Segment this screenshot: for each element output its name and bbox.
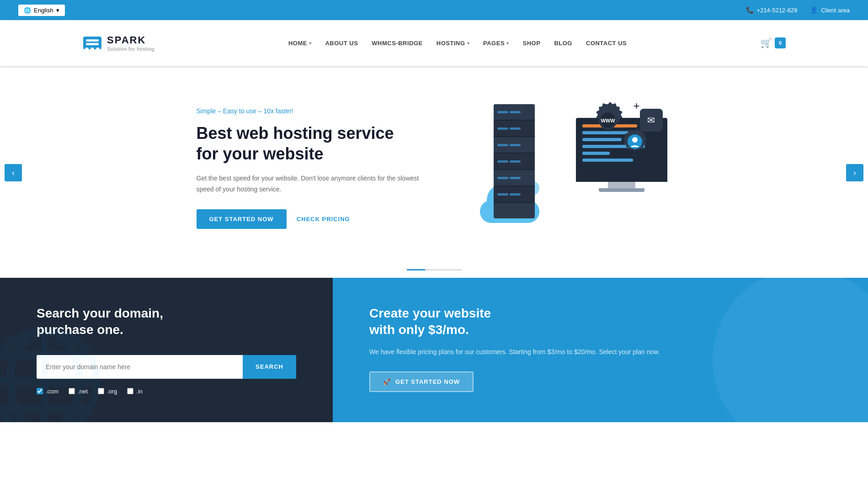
nav-item-shop[interactable]: SHOP — [523, 40, 541, 47]
client-area-link[interactable]: 👤 Client area — [810, 6, 850, 14]
server-rack — [494, 104, 535, 218]
chevron-down-icon: ▾ — [506, 41, 509, 46]
logo-icon — [82, 33, 102, 53]
slider-next-button[interactable]: › — [846, 164, 863, 181]
hero-buttons: GET STARTED NOW CHECK PRICING — [197, 209, 425, 229]
ext-org-text: .org — [107, 388, 117, 395]
nav-link-about[interactable]: ABOUT US — [325, 40, 358, 47]
top-bar: 🌐 English ▾ 📞 +214-5212-829 👤 Client are… — [0, 0, 868, 20]
server-unit — [494, 186, 535, 203]
pricing-section: Create your website with only $3/mo. We … — [333, 278, 868, 422]
nav-link-hosting[interactable]: HOSTING ▾ — [437, 40, 469, 47]
nav-item-about[interactable]: ABOUT US — [325, 40, 358, 47]
nav-item-whmcs[interactable]: WHMCS-BRIDGE — [372, 40, 422, 47]
top-bar-left: 🌐 English ▾ — [18, 5, 65, 16]
pricing-title-line2: with only $3/mo. — [369, 323, 469, 337]
code-line — [582, 152, 610, 155]
nav-cart[interactable]: 🛒 0 — [761, 37, 786, 48]
slider-indicator — [407, 269, 462, 270]
cart-count: 0 — [779, 40, 782, 46]
svg-point-10 — [632, 137, 638, 143]
nav-menu: HOME ▾ ABOUT US WHMCS-BRIDGE HOSTING ▾ P… — [288, 40, 627, 47]
svg-point-5 — [96, 48, 100, 51]
bottom-section: 🌐 Search your domain, purchase one. SEAR… — [0, 278, 868, 422]
chevron-down-icon: ▾ — [309, 41, 312, 46]
nav-link-whmcs[interactable]: WHMCS-BRIDGE — [372, 40, 422, 47]
nav-link-shop[interactable]: SHOP — [523, 40, 541, 47]
logo-tagline: Solution for hosting — [107, 46, 154, 52]
svg-text:WWW: WWW — [601, 118, 615, 123]
hero-text: Simple – Easy to use – 10x faster! Best … — [197, 107, 425, 229]
svg-rect-1 — [86, 39, 99, 42]
ext-in-label[interactable]: .in — [127, 388, 143, 395]
ext-in-checkbox[interactable] — [127, 388, 133, 394]
logo-brand: SPARK — [107, 34, 154, 46]
nav-link-home[interactable]: HOME ▾ — [288, 40, 312, 47]
hero-description: Get the best speed for your website. Don… — [197, 173, 425, 195]
user-icon: 👤 — [810, 6, 818, 14]
logo-text: SPARK Solution for hosting — [107, 34, 154, 52]
lang-label: English — [34, 7, 53, 14]
server-unit — [494, 104, 535, 121]
cart-icon: 🛒 — [761, 37, 772, 48]
monitor-stand — [608, 182, 635, 188]
nav-link-pages[interactable]: PAGES ▾ — [483, 40, 509, 47]
gear-person-wrapper — [620, 127, 650, 159]
globe-bg-icon: 🌐 — [0, 323, 107, 422]
domain-title-line1: Search your domain, — [37, 306, 163, 320]
svg-point-3 — [85, 48, 89, 51]
top-bar-right: 📞 +214-5212-829 👤 Client area — [746, 6, 850, 14]
svg-point-4 — [91, 48, 94, 51]
phone-info: 📞 +214-5212-829 — [746, 6, 798, 14]
hero-section: ‹ Simple – Easy to use – 10x faster! Bes… — [0, 68, 868, 278]
chevron-down-icon: ▾ — [56, 7, 59, 14]
get-started-button[interactable]: GET STARTED NOW — [197, 209, 287, 229]
code-line — [582, 159, 634, 162]
pricing-get-started-button[interactable]: 🚀 GET STARTED NOW — [369, 371, 474, 392]
nav-item-contact[interactable]: CONTACT US — [586, 40, 627, 47]
pricing-btn-label: GET STARTED NOW — [395, 378, 460, 385]
nav-link-blog[interactable]: BLOG — [554, 40, 572, 47]
plus-icon-small: + — [628, 118, 633, 126]
mail-icon: ✉ — [640, 109, 663, 132]
chevron-down-icon: ▾ — [467, 41, 470, 46]
hero-title-line2: for your website — [197, 144, 324, 163]
pricing-title-line1: Create your website — [369, 306, 491, 320]
domain-search-button[interactable]: SEARCH — [243, 355, 296, 379]
server-unit — [494, 121, 535, 137]
pricing-bg-circle — [713, 278, 868, 422]
hero-title-line1: Best web hosting service — [197, 124, 394, 143]
nav-item-home[interactable]: HOME ▾ — [288, 40, 312, 47]
slider-prev-button[interactable]: ‹ — [5, 164, 22, 181]
ext-in-text: .in — [136, 388, 143, 395]
hero-title: Best web hosting service for your websit… — [197, 123, 425, 164]
check-pricing-button[interactable]: CHECK PRICING — [297, 216, 350, 223]
rocket-icon: 🚀 — [383, 378, 391, 385]
language-selector[interactable]: 🌐 English ▾ — [18, 5, 65, 16]
phone-icon: 📞 — [746, 6, 754, 14]
hero-inner: Simple – Easy to use – 10x faster! Best … — [160, 95, 708, 241]
hero-tagline: Simple – Easy to use – 10x faster! — [197, 107, 425, 115]
server-unit — [494, 170, 535, 186]
plus-icon: + — [633, 100, 639, 112]
nav-item-blog[interactable]: BLOG — [554, 40, 572, 47]
server-unit — [494, 154, 535, 170]
phone-number: +214-5212-829 — [757, 7, 798, 14]
nav-item-hosting[interactable]: HOSTING ▾ — [437, 40, 469, 47]
client-area-label: Client area — [821, 7, 850, 14]
flag-icon: 🌐 — [24, 7, 31, 14]
monitor-base — [599, 188, 644, 192]
cart-badge[interactable]: 0 — [775, 37, 786, 48]
domain-section: 🌐 Search your domain, purchase one. SEAR… — [0, 278, 333, 422]
hero-illustration: + + WWW ✉ — [480, 95, 672, 241]
nav-item-pages[interactable]: PAGES ▾ — [483, 40, 509, 47]
navbar: SPARK Solution for hosting HOME ▾ ABOUT … — [0, 20, 868, 66]
nav-link-contact[interactable]: CONTACT US — [586, 40, 627, 47]
logo[interactable]: SPARK Solution for hosting — [82, 33, 154, 53]
server-unit — [494, 137, 535, 154]
svg-rect-2 — [86, 43, 99, 45]
